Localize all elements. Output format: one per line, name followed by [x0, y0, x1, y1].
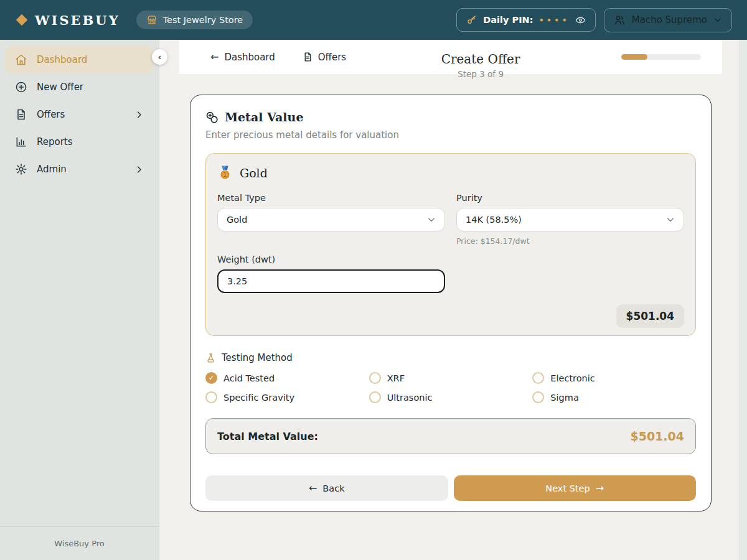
- purity-select[interactable]: 14K (58.5%): [456, 208, 684, 231]
- radio-label: Acid Tested: [223, 373, 275, 383]
- radio-label: XRF: [387, 373, 405, 383]
- brand-name: WISEBUY: [35, 12, 120, 28]
- file-icon: [15, 108, 27, 121]
- purity-value: 14K (58.5%): [466, 215, 522, 225]
- radio-option-4[interactable]: ✓ Ultrasonic: [369, 391, 533, 403]
- radio-option-3[interactable]: ✓ Specific Gravity: [205, 391, 369, 403]
- key-icon: [466, 14, 477, 26]
- sidebar-item-label: Dashboard: [37, 54, 87, 65]
- metal-type-label: Metal Type: [217, 193, 445, 203]
- chevron-right-icon: [134, 110, 144, 119]
- home-icon: [15, 54, 27, 66]
- next-step-button[interactable]: Next Step →: [454, 475, 697, 501]
- bar-chart-icon: [15, 136, 27, 148]
- sidebar-collapse-button[interactable]: ‹: [152, 49, 167, 65]
- chevron-down-icon: [713, 16, 722, 24]
- radio-icon: ✓: [532, 391, 544, 403]
- arrow-left-icon: ←: [309, 483, 317, 493]
- back-button-label: Back: [322, 483, 344, 493]
- radio-option-2[interactable]: ✓ Electronic: [532, 372, 696, 384]
- weight-label: Weight (dwt): [217, 254, 445, 264]
- total-value: $501.04: [630, 429, 684, 443]
- sidebar-item-label: Reports: [37, 136, 73, 147]
- testing-method-header: Testing Method: [205, 352, 696, 363]
- total-label: Total Metal Value:: [217, 431, 318, 442]
- chevron-down-icon: [427, 215, 436, 224]
- daily-pin-pill[interactable]: Daily PIN: ••••: [456, 8, 595, 32]
- radio-label: Ultrasonic: [387, 393, 433, 403]
- chevron-down-icon: [666, 215, 675, 224]
- sidebar-item-offers[interactable]: Offers: [5, 101, 154, 128]
- user-name: Macho Supremo: [632, 14, 707, 26]
- empty-cell: [456, 254, 684, 293]
- diamond-icon: [15, 13, 29, 27]
- breadcrumb-offers[interactable]: Offers: [303, 52, 346, 63]
- page-title: Create Offer: [346, 52, 615, 67]
- metal-name-row: 1 Gold: [217, 165, 684, 180]
- radio-label: Electronic: [550, 373, 594, 383]
- weight-input[interactable]: [217, 269, 445, 293]
- sidebar: Dashboard New Offer Offers Reports: [0, 40, 159, 560]
- testing-options: ✓ Acid Tested ✓ XRF ✓ Electronic ✓ Speci…: [205, 372, 696, 403]
- breadcrumb-label: Offers: [318, 52, 346, 63]
- radio-option-5[interactable]: ✓ Sigma: [532, 391, 696, 403]
- testing-method-label: Testing Method: [222, 352, 293, 363]
- store-badge[interactable]: Test Jewelry Store: [136, 11, 253, 29]
- radio-label: Sigma: [550, 393, 578, 403]
- sidebar-item-admin[interactable]: Admin: [5, 156, 154, 183]
- radio-option-1[interactable]: ✓ XRF: [369, 372, 533, 384]
- pin-dots: ••••: [539, 16, 570, 24]
- scrollbar[interactable]: [739, 40, 747, 560]
- metal-name: Gold: [240, 166, 268, 180]
- metal-type-select[interactable]: Gold: [217, 208, 445, 231]
- next-button-label: Next Step: [545, 483, 590, 493]
- radio-label: Specific Gravity: [223, 393, 294, 403]
- card-title-row: Metal Value: [205, 110, 696, 124]
- weight-field: Weight (dwt): [217, 254, 445, 293]
- radio-icon: ✓: [532, 372, 544, 384]
- purity-label: Purity: [456, 193, 684, 203]
- back-button[interactable]: ← Back: [205, 475, 448, 501]
- user-menu[interactable]: Macho Supremo: [604, 8, 732, 32]
- gold-medal-icon: 1: [217, 165, 233, 180]
- sidebar-footer: WiseBuy Pro: [0, 526, 159, 560]
- daily-pin-label: Daily PIN:: [483, 15, 533, 25]
- chevron-right-icon: [134, 165, 144, 174]
- sidebar-item-label: Admin: [37, 164, 67, 175]
- progress-bar: [621, 54, 701, 60]
- users-icon: [614, 14, 626, 26]
- arrow-right-icon: →: [596, 483, 604, 493]
- back-to-dashboard-link[interactable]: ← Dashboard: [210, 52, 275, 63]
- topbar-right: Daily PIN: •••• Macho Supremo: [456, 8, 732, 32]
- sidebar-item-dashboard[interactable]: Dashboard: [5, 46, 154, 73]
- sidebar-nav: Dashboard New Offer Offers Reports: [0, 40, 159, 189]
- svg-text:1: 1: [223, 172, 227, 178]
- progress-fill: [621, 54, 647, 60]
- card-title: Metal Value: [225, 110, 303, 124]
- store-icon: [146, 14, 157, 26]
- radio-icon: ✓: [369, 391, 381, 403]
- price-per-dwt-note: Price: $154.17/dwt: [456, 236, 684, 246]
- gear-icon: [15, 163, 27, 175]
- total-metal-value-bar: Total Metal Value: $501.04: [205, 418, 696, 454]
- purity-field: Purity 14K (58.5%) Price: $154.17/dwt: [456, 193, 684, 246]
- brand-logo[interactable]: WISEBUY: [15, 12, 120, 28]
- radio-icon: ✓: [369, 372, 381, 384]
- store-badge-label: Test Jewelry Store: [163, 15, 243, 25]
- radio-icon: ✓: [205, 372, 217, 384]
- page-header: ← Dashboard Offers Create Offer Step 3 o…: [179, 40, 722, 74]
- card-subtitle: Enter precious metal details for valuati…: [205, 129, 696, 141]
- plus-circle-icon: [15, 81, 27, 93]
- metal-type-value: Gold: [227, 215, 247, 225]
- step-indicator: Step 3 of 9: [346, 69, 615, 79]
- radio-option-0[interactable]: ✓ Acid Tested: [205, 372, 369, 384]
- sidebar-item-reports[interactable]: Reports: [5, 128, 154, 156]
- file-icon: [303, 52, 313, 62]
- field-grid-row-1: Metal Type Gold Purity 14K (58.5%): [217, 193, 684, 246]
- arrow-left-icon: ←: [210, 52, 218, 62]
- gold-line-value: $501.04: [616, 304, 684, 328]
- sidebar-item-label: New Offer: [37, 82, 83, 93]
- title-block: Create Offer Step 3 of 9: [346, 35, 615, 79]
- sidebar-item-new-offer[interactable]: New Offer: [5, 73, 154, 101]
- eye-icon[interactable]: [575, 15, 586, 26]
